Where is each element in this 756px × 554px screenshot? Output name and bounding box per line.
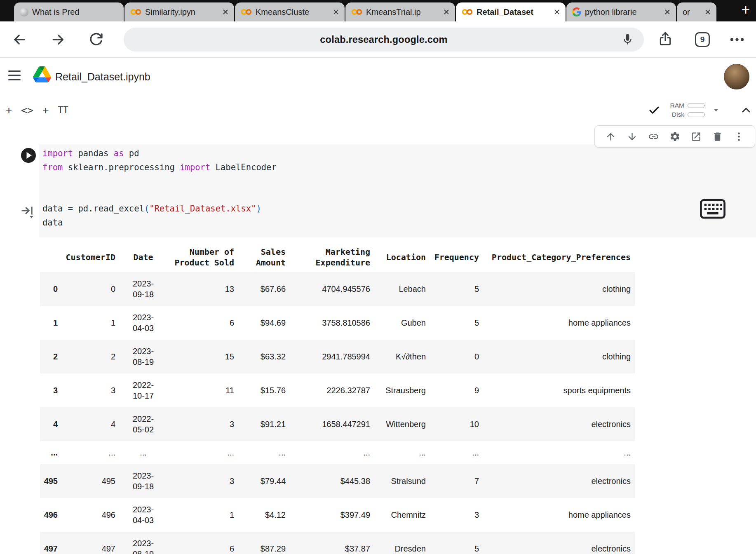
- cell-toolbar: [594, 125, 755, 148]
- table-cell: 2023- 04-03: [120, 498, 171, 532]
- code-line: from sklearn.preprocessing import LabelE…: [42, 161, 277, 175]
- table-cell: electronics: [483, 407, 635, 441]
- tab-close-icon[interactable]: [664, 8, 671, 16]
- hamburger-menu-icon[interactable]: [8, 70, 21, 83]
- mic-icon[interactable]: [621, 33, 634, 46]
- table-cell: 2023- 09-18: [120, 464, 171, 498]
- reload-icon[interactable]: [88, 32, 104, 47]
- table-cell: Strausberg: [374, 373, 430, 407]
- browser-tab[interactable]: What is Pred: [14, 2, 124, 21]
- move-cell-down-icon[interactable]: [627, 131, 638, 142]
- browser-menu-icon[interactable]: [729, 33, 745, 47]
- address-bar[interactable]: colab.research.google.com: [124, 28, 644, 52]
- table-body: 002023- 09-1813$67.664704.945576Lebach5c…: [40, 272, 635, 554]
- table-cell: home appliances: [483, 498, 635, 532]
- run-cell-button[interactable]: [21, 148, 36, 163]
- resource-monitor[interactable]: RAM Disk: [667, 102, 705, 118]
- table-cell: 0: [40, 272, 62, 306]
- code-line: data: [42, 216, 277, 230]
- share-icon[interactable]: [657, 31, 674, 47]
- table-row: ...........................: [40, 441, 635, 464]
- tab-close-icon[interactable]: [704, 8, 711, 16]
- code-line: data = pd.read_excel("Retail_Dataset.xls…: [42, 202, 277, 216]
- table-cell: 496: [40, 498, 62, 532]
- insert-code-cell-icon[interactable]: <>: [21, 104, 33, 116]
- keyboard-icon[interactable]: [699, 197, 726, 221]
- output-options-icon[interactable]: [19, 203, 35, 218]
- tab-title: KmeansCluste: [256, 7, 329, 17]
- tab-title: Retail_Dataset: [477, 7, 549, 17]
- add-text-cell-icon[interactable]: +: [42, 104, 49, 116]
- tab-close-icon[interactable]: [222, 8, 229, 16]
- browser-tab[interactable]: Retail_Dataset: [456, 2, 566, 21]
- table-cell: 2023- 09-18: [120, 272, 171, 306]
- browser-tab[interactable]: or: [677, 2, 716, 21]
- move-cell-up-icon[interactable]: [605, 131, 616, 142]
- table-cell: 2023- 04-03: [120, 306, 171, 340]
- table-row: 442022- 05-023$91.211658.447291Wittenber…: [40, 407, 635, 441]
- table-cell: 6: [171, 532, 238, 554]
- table-row: 4954952023- 09-183$79.44$445.38Stralsund…: [40, 464, 635, 498]
- table-cell: 495: [62, 464, 120, 498]
- code-cell: import pandas as pdfrom sklearn.preproce…: [39, 144, 756, 237]
- table-row: 4964962023- 04-031$4.12$397.49Chemnitz3h…: [40, 498, 635, 532]
- code-line: [42, 174, 277, 188]
- resources-dropdown-icon[interactable]: [711, 106, 721, 115]
- table-cell: 4: [40, 407, 62, 441]
- new-tab-button[interactable]: +: [735, 1, 756, 20]
- browser-tab[interactable]: KmeansTrial.ip: [345, 2, 455, 21]
- table-cell: $15.76: [238, 373, 290, 407]
- tab-close-icon[interactable]: [553, 8, 561, 16]
- ram-bar: [688, 103, 705, 108]
- browser-tab[interactable]: python librarie: [566, 2, 676, 21]
- avatar[interactable]: [724, 64, 749, 89]
- add-cell-icon[interactable]: +: [6, 104, 12, 116]
- table-cell: Guben: [374, 306, 430, 340]
- table-cell: 2941.785994: [290, 340, 374, 373]
- browser-tab[interactable]: Similarity.ipyn: [124, 2, 234, 21]
- forward-icon[interactable]: [50, 32, 66, 47]
- table-row: 4974972023- 08-196$87.29$37.87Dresden5el…: [40, 532, 635, 554]
- table-cell: 13: [171, 272, 238, 306]
- mirror-cell-icon[interactable]: [690, 131, 702, 142]
- table-cell: sports equipments: [483, 373, 635, 407]
- link-cell-icon[interactable]: [648, 131, 659, 142]
- table-cell: $445.38: [290, 464, 374, 498]
- table-row: 112023- 04-036$94.693758.810586Guben5hom…: [40, 306, 635, 340]
- back-icon[interactable]: [12, 32, 27, 47]
- url-text: colab.research.google.com: [124, 28, 644, 52]
- table-cell: 497: [40, 532, 62, 554]
- text-cell-icon[interactable]: TT: [58, 105, 68, 115]
- table-cell: 3: [62, 373, 120, 407]
- tab-close-icon[interactable]: [443, 8, 450, 16]
- notebook-title[interactable]: Retail_Dataset.ipynb: [55, 58, 150, 96]
- table-cell: 1: [171, 498, 238, 532]
- collapse-chevron-icon[interactable]: [740, 103, 753, 117]
- table-cell: $94.69: [238, 306, 290, 340]
- colab-favicon: [351, 8, 362, 16]
- column-header: Date: [120, 241, 171, 272]
- tab-count-button[interactable]: 9: [695, 32, 710, 47]
- table-cell: $37.87: [290, 532, 374, 554]
- table-cell: home appliances: [483, 306, 635, 340]
- code-editor[interactable]: import pandas as pdfrom sklearn.preproce…: [42, 147, 277, 230]
- table-cell: electronics: [483, 532, 635, 554]
- tab-close-icon[interactable]: [332, 8, 340, 16]
- table-cell: clothing: [483, 272, 635, 306]
- delete-cell-icon[interactable]: [712, 131, 723, 142]
- table-cell: 3: [430, 498, 483, 532]
- table-cell: K√∂then: [374, 340, 430, 373]
- table-cell: $87.29: [238, 532, 290, 554]
- tab-title: Similarity.ipyn: [145, 7, 218, 17]
- dataframe-output: CustomerIDDateNumber of Product SoldSale…: [40, 241, 635, 554]
- more-actions-icon[interactable]: [733, 131, 744, 142]
- table-cell: ...: [430, 441, 483, 464]
- table-cell: ...: [120, 441, 171, 464]
- table-cell: $91.21: [238, 407, 290, 441]
- browser-tab[interactable]: KmeansCluste: [235, 2, 345, 21]
- table-cell: 3: [40, 373, 62, 407]
- table-row: 332022- 10-1711$15.762226.32787Strausber…: [40, 373, 635, 407]
- cell-settings-gear-icon[interactable]: [669, 131, 681, 142]
- table-header-row: CustomerIDDateNumber of Product SoldSale…: [40, 241, 635, 272]
- column-header: CustomerID: [62, 241, 120, 272]
